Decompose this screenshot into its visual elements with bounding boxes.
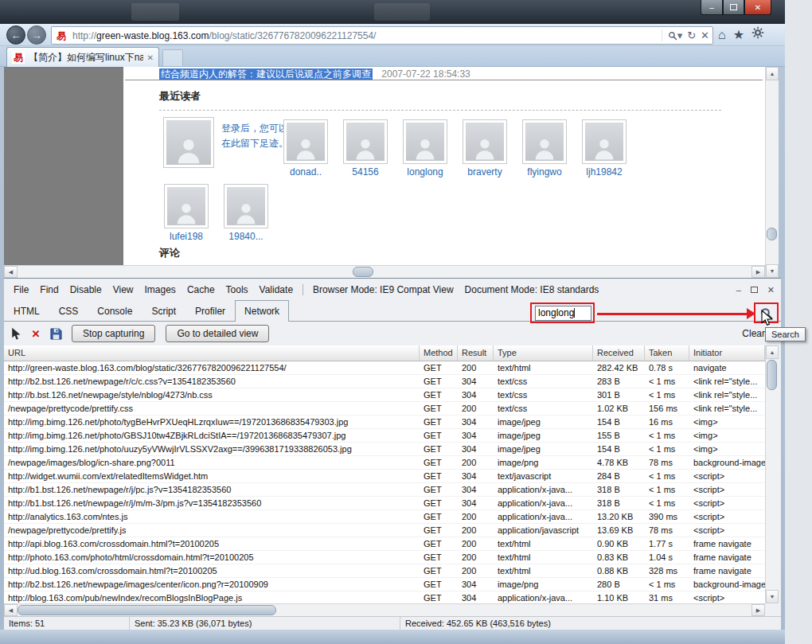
login-link[interactable]: 在此留下足迹。 xyxy=(221,136,288,151)
menu-item-tools[interactable]: Tools xyxy=(221,284,254,295)
reader-name[interactable]: lufei198 xyxy=(163,231,209,242)
scroll-right-icon[interactable]: ▶ xyxy=(751,266,765,278)
menu-item-validate[interactable]: Validate xyxy=(254,284,299,295)
devtools-tab-css[interactable]: CSS xyxy=(49,300,88,321)
devtools-minimize-button[interactable]: – xyxy=(736,285,741,295)
reader-name[interactable]: flyingwo xyxy=(521,166,568,178)
table-row[interactable]: http://green-waste.blog.163.com/blog/sta… xyxy=(4,361,765,375)
reader-avatar[interactable] xyxy=(582,119,627,164)
table-row[interactable]: http://blog.163.com/pub/newIndex/recomBl… xyxy=(4,591,765,603)
devtools-tab-console[interactable]: Console xyxy=(88,300,142,321)
devtools-tab-profiler[interactable]: Profiler xyxy=(185,300,235,321)
menu-item-view[interactable]: View xyxy=(107,284,139,295)
reader-avatar[interactable] xyxy=(403,119,447,164)
scroll-down-icon[interactable]: ▼ xyxy=(766,590,779,603)
scroll-left-icon[interactable]: ◀ xyxy=(4,604,18,616)
reader-avatar[interactable] xyxy=(283,119,328,164)
reader-name[interactable]: 19840... xyxy=(223,231,269,242)
menu-item-disable[interactable]: Disable xyxy=(64,284,107,295)
browser-mode-menu[interactable]: Browser Mode: IE9 Compat View xyxy=(307,284,459,295)
table-row[interactable]: http://b2.bst.126.net/newpage/r/c/c.css?… xyxy=(4,375,765,388)
scroll-thumb[interactable] xyxy=(767,360,777,390)
minimize-button[interactable]: – xyxy=(701,0,723,15)
reader-name[interactable]: longlong xyxy=(402,166,448,178)
table-row[interactable]: /newpage/prettycode/prettify.cssGET200te… xyxy=(4,402,765,416)
devtools-tab-network[interactable]: Network xyxy=(235,300,289,322)
table-row[interactable]: http://img.bimg.126.net/photo/tygBeHvrPX… xyxy=(4,416,765,429)
menu-item-file[interactable]: File xyxy=(8,284,34,295)
document-mode-menu[interactable]: Document Mode: IE8 standards xyxy=(459,284,605,295)
reader-name[interactable]: braverty xyxy=(462,166,508,178)
reader-avatar[interactable] xyxy=(224,184,268,228)
login-link[interactable]: 登录后，您可以 xyxy=(221,121,288,136)
scroll-thumb[interactable] xyxy=(353,267,373,277)
stop-capturing-button[interactable]: Stop capturing xyxy=(72,325,155,342)
address-bar[interactable]: 易 http://green-waste.blog.163.com/blog/s… xyxy=(51,26,713,45)
header-method[interactable]: Method xyxy=(420,345,458,361)
table-row[interactable]: http://img.bimg.126.net/photo/GBSJ10tw4Z… xyxy=(4,429,765,443)
devtools-close-button[interactable]: ✕ xyxy=(767,285,775,295)
select-element-button[interactable] xyxy=(7,325,25,342)
reader-avatar[interactable] xyxy=(463,119,507,164)
header-initiator[interactable]: Initiator xyxy=(689,345,765,361)
header-result[interactable]: Result xyxy=(458,345,494,361)
table-row[interactable]: http://analytics.163.com/ntes.jsGET200ap… xyxy=(4,510,765,524)
search-dropdown-icon[interactable]: ▾ xyxy=(668,29,683,41)
scroll-up-icon[interactable]: ▲ xyxy=(766,345,779,359)
table-row[interactable]: http://ud.blog.163.com/crossdomain.html?… xyxy=(4,564,765,578)
favorites-icon[interactable]: ★ xyxy=(733,26,744,44)
devtools-tab-script[interactable]: Script xyxy=(142,300,185,321)
detailed-view-button[interactable]: Go to detailed view xyxy=(166,325,269,342)
reader-name[interactable]: donad.. xyxy=(283,166,329,178)
table-row[interactable]: http://photo.163.com/photo/html/crossdom… xyxy=(4,551,765,564)
table-row[interactable]: http://img.bimg.126.net/photo/uuzy5yVWwj… xyxy=(4,443,765,456)
table-row[interactable]: /newpage/images/blog/icn-share.png?0011G… xyxy=(4,456,765,470)
scroll-down-icon[interactable]: ▼ xyxy=(766,264,779,278)
close-button[interactable]: ✕ xyxy=(744,0,771,15)
content-vertical-scrollbar[interactable]: ▲ ▼ xyxy=(765,67,779,278)
tab-close-icon[interactable]: ✕ xyxy=(147,53,154,62)
content-horizontal-scrollbar[interactable]: ◀ ▶ xyxy=(4,265,765,278)
settings-gear-icon[interactable] xyxy=(751,26,764,44)
forward-button[interactable]: → xyxy=(27,25,46,45)
table-row[interactable]: http://b1.bst.126.net/newpage/r/j/pc.js?… xyxy=(4,483,765,497)
guest-avatar[interactable] xyxy=(163,117,214,168)
table-row[interactable]: /newpage/prettycode/prettify.jsGET200app… xyxy=(4,524,765,537)
titlebar[interactable]: – ✕ xyxy=(0,0,785,24)
back-button[interactable]: ← xyxy=(6,25,25,45)
scroll-right-icon[interactable]: ▶ xyxy=(751,604,765,616)
save-button[interactable] xyxy=(47,325,64,342)
table-row[interactable]: http://api.blog.163.com/crossdomain.html… xyxy=(4,537,765,551)
home-icon[interactable]: ⌂ xyxy=(718,26,726,44)
reader-avatar[interactable] xyxy=(164,184,209,228)
maximize-button[interactable] xyxy=(723,0,744,15)
table-row[interactable]: http://b2.bst.126.net/newpage/images/cen… xyxy=(4,578,765,591)
table-row[interactable]: http://b.bst.126.net/newpage/style/nblog… xyxy=(4,388,765,402)
reader-avatar[interactable] xyxy=(522,119,567,164)
table-row[interactable]: http://widget.wumii.com/ext/relatedItems… xyxy=(4,470,765,483)
header-url[interactable]: URL xyxy=(4,345,420,361)
reader-name[interactable]: ljh19842 xyxy=(581,166,627,178)
reader-avatar[interactable] xyxy=(343,119,388,164)
browser-tab[interactable]: 易 【简介】如何编写linux下na... ✕ xyxy=(6,47,159,67)
scroll-left-icon[interactable]: ◀ xyxy=(4,266,18,278)
reader-name[interactable]: 54156 xyxy=(342,166,388,178)
header-type[interactable]: Type xyxy=(494,345,593,361)
scroll-thumb[interactable] xyxy=(18,605,276,615)
table-row[interactable]: http://b1.bst.126.net/newpage/r/j/m/m-3/… xyxy=(4,497,765,510)
stop-icon[interactable]: ✕ xyxy=(701,29,709,41)
header-received[interactable]: Received xyxy=(593,345,645,361)
menu-item-cache[interactable]: Cache xyxy=(182,284,221,295)
devtools-horizontal-scrollbar[interactable]: ◀ ▶ xyxy=(4,603,765,616)
refresh-icon[interactable]: ↻ xyxy=(687,29,696,41)
clear-entries-button[interactable]: ✕ xyxy=(27,325,45,342)
header-taken[interactable]: Taken xyxy=(645,345,689,361)
clear-button[interactable]: Clear xyxy=(742,328,765,339)
devtools-vertical-scrollbar[interactable]: ▲ ▼ xyxy=(765,345,779,603)
scroll-thumb[interactable] xyxy=(767,228,777,240)
menu-item-images[interactable]: Images xyxy=(139,284,182,295)
scroll-up-icon[interactable]: ▲ xyxy=(766,67,779,80)
new-tab-button[interactable] xyxy=(162,49,183,66)
menu-item-find[interactable]: Find xyxy=(34,284,64,295)
devtools-tab-html[interactable]: HTML xyxy=(4,300,49,321)
